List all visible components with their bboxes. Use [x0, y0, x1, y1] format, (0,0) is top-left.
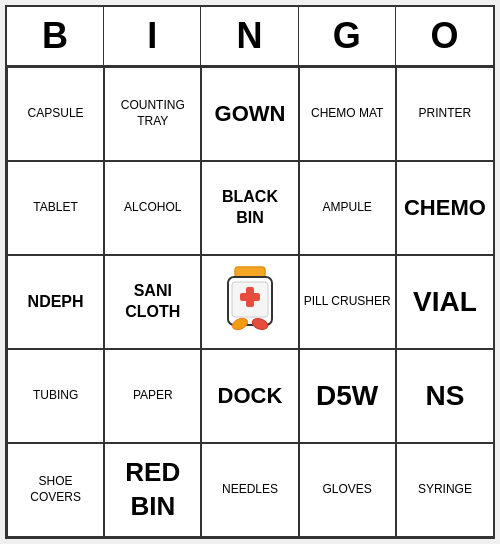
header-b: B	[7, 7, 104, 65]
cell-11[interactable]: SANI CLOTH	[104, 255, 201, 349]
cell-12-free[interactable]	[201, 255, 298, 349]
svg-rect-0	[235, 267, 265, 277]
cell-1[interactable]: COUNTING TRAY	[104, 67, 201, 161]
cell-6[interactable]: ALCOHOL	[104, 161, 201, 255]
cell-16[interactable]: PAPER	[104, 349, 201, 443]
cell-20[interactable]: SHOE COVERS	[7, 443, 104, 537]
bingo-header: B I N G O	[7, 7, 493, 67]
bingo-card: B I N G O CAPSULE COUNTING TRAY GOWN CHE…	[5, 5, 495, 539]
cell-21[interactable]: RED BIN	[104, 443, 201, 537]
cell-3[interactable]: CHEMO MAT	[299, 67, 396, 161]
cell-8[interactable]: AMPULE	[299, 161, 396, 255]
medicine-bottle-icon	[215, 262, 285, 342]
header-n: N	[201, 7, 298, 65]
cell-9[interactable]: CHEMO	[396, 161, 493, 255]
cell-19[interactable]: NS	[396, 349, 493, 443]
cell-18[interactable]: D5W	[299, 349, 396, 443]
cell-10[interactable]: NDEPH	[7, 255, 104, 349]
cell-22[interactable]: NEEDLES	[201, 443, 298, 537]
header-i: I	[104, 7, 201, 65]
svg-rect-4	[240, 293, 260, 301]
cell-17[interactable]: DOCK	[201, 349, 298, 443]
cell-15[interactable]: TUBING	[7, 349, 104, 443]
cell-5[interactable]: TABLET	[7, 161, 104, 255]
cell-0[interactable]: CAPSULE	[7, 67, 104, 161]
cell-14[interactable]: VIAL	[396, 255, 493, 349]
cell-23[interactable]: GLOVES	[299, 443, 396, 537]
cell-7[interactable]: BLACK BIN	[201, 161, 298, 255]
cell-4[interactable]: PRINTER	[396, 67, 493, 161]
cell-2[interactable]: GOWN	[201, 67, 298, 161]
header-g: G	[299, 7, 396, 65]
header-o: O	[396, 7, 493, 65]
cell-24[interactable]: SYRINGE	[396, 443, 493, 537]
bingo-grid: CAPSULE COUNTING TRAY GOWN CHEMO MAT PRI…	[7, 67, 493, 537]
cell-13[interactable]: PILL CRUSHER	[299, 255, 396, 349]
